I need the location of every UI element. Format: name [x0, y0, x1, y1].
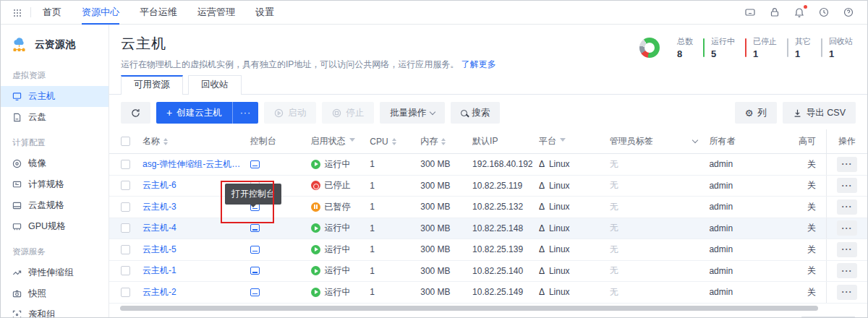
table-row[interactable]: 云主机-5 运行中 1 300 MB 10.82.25.139 ΔLinux 无…	[109, 239, 867, 261]
horizontal-scrollbar[interactable]	[120, 306, 857, 311]
row-actions-button[interactable]	[837, 220, 857, 236]
row-checkbox[interactable]	[121, 223, 130, 233]
vm-name-link[interactable]: 云主机-3	[142, 201, 176, 213]
ip-value: 10.82.25.119	[472, 181, 539, 191]
vm-name-link[interactable]: 云主机-2	[142, 286, 176, 298]
vm-name-link[interactable]: asg-弹性伸缩组-云主机-1e2fc	[142, 158, 243, 171]
create-host-button[interactable]: +创建云主机	[156, 102, 232, 124]
scrollbar-thumb[interactable]	[120, 306, 818, 311]
help-icon[interactable]	[843, 7, 854, 18]
column-default-ip[interactable]: 默认IP	[472, 135, 539, 147]
sidebar-item-affinity-group[interactable]: 亲和组	[1, 304, 109, 318]
vm-name-link[interactable]: 云主机-6	[142, 179, 176, 192]
row-checkbox[interactable]	[121, 245, 130, 254]
filter-icon[interactable]	[560, 138, 566, 145]
notification-badge	[804, 5, 807, 9]
column-cpu[interactable]: CPU	[370, 136, 420, 147]
owner-value: admin	[709, 202, 781, 212]
create-more-options-button[interactable]: ···	[232, 102, 259, 124]
open-console-icon[interactable]	[250, 224, 260, 232]
column-platform[interactable]: 平台	[539, 135, 610, 147]
sidebar-item-cloud-host[interactable]: 云主机	[1, 86, 109, 107]
refresh-button[interactable]	[121, 102, 150, 124]
row-actions-button[interactable]	[837, 178, 857, 193]
nav-item-resource-center[interactable]: 资源中心	[82, 1, 119, 25]
table-row[interactable]: 云主机-6 已停止 1 300 MB 10.82.25.119 ΔLinux 无…	[109, 176, 867, 197]
ha-value: 关	[781, 265, 826, 277]
chevron-down-icon[interactable]	[692, 137, 698, 143]
sidebar-item-snapshot[interactable]: 快照	[1, 283, 109, 304]
vm-name-link[interactable]: 云主机-1	[142, 265, 176, 277]
stat-other: 其它1	[787, 36, 811, 59]
sidebar-item-compute-spec[interactable]: 计算规格	[1, 174, 109, 195]
open-console-icon[interactable]	[250, 267, 260, 275]
table-row[interactable]: 云主机-3 已暂停 1 300 MB 10.82.25.132 ΔLinux 无…	[109, 197, 867, 218]
status-text: 运行中	[325, 265, 351, 277]
disk-spec-icon	[12, 201, 22, 210]
cpu-value: 1	[370, 223, 420, 233]
row-actions-button[interactable]	[837, 263, 857, 278]
app-grid-icon[interactable]	[14, 9, 20, 16]
column-name[interactable]: 名称	[142, 135, 247, 147]
table-row[interactable]: 云主机-1 运行中 1 300 MB 10.82.25.140 ΔLinux 无…	[109, 261, 867, 283]
sidebar-item-autoscaling-group[interactable]: 弹性伸缩组	[1, 262, 109, 283]
autoscaling-icon	[12, 268, 22, 278]
vm-name-link[interactable]: 云主机-5	[142, 244, 176, 256]
row-actions-button[interactable]	[837, 285, 857, 300]
row-checkbox[interactable]	[121, 266, 130, 275]
plus-icon: +	[166, 108, 172, 118]
history-icon[interactable]	[818, 7, 830, 18]
open-console-icon[interactable]	[250, 246, 260, 254]
start-button[interactable]: 启动	[264, 102, 316, 124]
column-actions: 操作	[826, 129, 867, 153]
row-checkbox[interactable]	[121, 202, 130, 212]
table-row-hovered[interactable]: 云主机-4 运行中 1 300 MB 10.82.25.148 ΔLinux 无…	[109, 218, 867, 240]
row-actions-button[interactable]	[837, 157, 857, 172]
row-checkbox[interactable]	[121, 160, 130, 169]
status-stopped-icon	[311, 181, 320, 190]
tab-recycle-bin[interactable]: 回收站	[188, 75, 242, 95]
row-checkbox[interactable]	[121, 288, 130, 297]
row-actions-button[interactable]	[837, 242, 857, 257]
search-button[interactable]: 搜索	[451, 102, 500, 124]
nav-item-settings[interactable]: 设置	[255, 1, 274, 25]
search-icon	[461, 110, 467, 116]
sidebar-item-gpu-spec[interactable]: GPU规格	[1, 216, 109, 237]
admin-tag-value: 无	[610, 179, 710, 192]
notification-bell-icon[interactable]	[793, 7, 805, 18]
row-checkbox[interactable]	[121, 181, 130, 190]
row-actions-button[interactable]	[837, 199, 857, 215]
sort-icon[interactable]	[163, 136, 168, 147]
sort-icon[interactable]	[392, 136, 396, 147]
column-status[interactable]: 启用状态	[311, 135, 370, 147]
sort-icon[interactable]	[441, 136, 446, 147]
column-admin-tag[interactable]: 管理员标签	[610, 135, 710, 147]
stop-button[interactable]: 停止	[322, 102, 374, 124]
nav-item-home[interactable]: 首页	[43, 1, 61, 25]
ticket-icon[interactable]	[744, 7, 756, 18]
sidebar-item-cloud-disk[interactable]: 云盘	[1, 107, 109, 128]
column-owner: 所有者	[709, 135, 781, 147]
filter-icon[interactable]	[349, 138, 355, 145]
sidebar-item-label: GPU规格	[28, 220, 66, 233]
table-row[interactable]: 云主机-2 运行中 1 300 MB 10.82.25.149 ΔLinux 无…	[109, 282, 867, 304]
vm-name-link[interactable]: 云主机-4	[142, 222, 176, 234]
resource-pool-header[interactable]: 云资源池	[1, 32, 109, 61]
sidebar-item-image[interactable]: 镜像	[1, 153, 109, 174]
learn-more-link[interactable]: 了解更多	[461, 59, 496, 69]
table-row[interactable]: asg-弹性伸缩组-云主机-1e2fc 运行中 1 300 MB 192.168…	[109, 154, 867, 176]
nav-item-platform-ops[interactable]: 平台运维	[140, 1, 177, 25]
tab-available-resources[interactable]: 可用资源	[121, 75, 183, 95]
batch-actions-button[interactable]: 批量操作	[380, 102, 445, 124]
stat-stopped: 已停止1	[745, 36, 777, 59]
open-console-icon[interactable]	[250, 288, 260, 296]
export-csv-button[interactable]: 导出 CSV	[783, 102, 856, 124]
memory-value: 300 MB	[420, 287, 472, 297]
nav-item-operation-mgmt[interactable]: 运营管理	[197, 1, 235, 25]
open-console-icon[interactable]	[250, 160, 260, 168]
sidebar-item-disk-spec[interactable]: 云盘规格	[1, 195, 109, 216]
lock-icon[interactable]	[769, 7, 780, 18]
column-settings-button[interactable]: ⚙列	[735, 102, 777, 124]
select-all-checkbox[interactable]	[121, 137, 130, 146]
column-memory[interactable]: 内存	[420, 135, 472, 147]
